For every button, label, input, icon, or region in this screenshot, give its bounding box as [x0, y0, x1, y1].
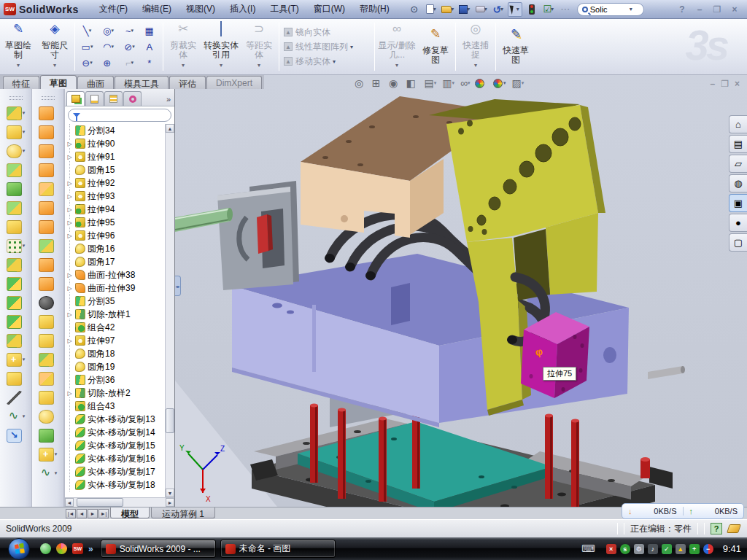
hud-view-tool-button[interactable]: ▨▾ [511, 77, 525, 89]
help-button[interactable]: ? [676, 4, 689, 15]
tree-item[interactable]: ▷ 实体-移动/复制13 [70, 413, 174, 426]
task-pane-tab[interactable]: ⌂ [729, 115, 747, 133]
feature-tool-button[interactable]: ▾ [7, 274, 26, 293]
expand-arrow-icon[interactable]: ▷ [66, 180, 73, 187]
feature-tool-button[interactable]: ▾ [7, 331, 26, 350]
sketch-entity-button[interactable]: *▾ [140, 55, 161, 71]
tree-item[interactable]: ▷ 组合43 [70, 400, 174, 413]
tree-item[interactable]: ▷ 拉伸95 [70, 216, 174, 229]
expand-arrow-icon[interactable]: ▷ [66, 285, 73, 292]
tree-item[interactable]: ▷ 曲面-拉伸38 [70, 268, 174, 281]
feature-tool-button[interactable]: ▾ [7, 217, 26, 236]
close-button[interactable]: × [728, 4, 741, 15]
tree-item[interactable]: ▷ 圆角18 [70, 347, 174, 360]
mold-tool-button[interactable]: ▾ [39, 236, 58, 255]
task-pane-tab[interactable]: ▤ [729, 135, 747, 153]
task-pane-tab[interactable]: ● [729, 214, 747, 232]
manager-tabs-overflow[interactable]: » [164, 95, 173, 106]
sketch-entity-button[interactable]: ⊖▾ [77, 55, 98, 71]
design-checker-icon[interactable] [525, 2, 539, 17]
language-keyboard-icon[interactable]: ⌨ [581, 543, 595, 554]
configuration-manager-tab[interactable] [104, 91, 123, 106]
tree-horizontal-scrollbar[interactable]: ◄ ► [65, 497, 174, 507]
hud-view-tool-button[interactable]: ◧▾ [406, 77, 419, 89]
sketch-entity-button[interactable]: ⌐▾ [119, 55, 140, 71]
volume-tray-icon[interactable]: ♪ [648, 544, 658, 554]
sketch-entity-button[interactable]: ◎▾ [98, 23, 119, 39]
tags-icon[interactable] [727, 524, 741, 533]
feature-tool-button[interactable]: ▾ [7, 407, 26, 426]
expand-arrow-icon[interactable]: ▷ [66, 338, 73, 344]
display-delete-relations-button[interactable]: ∞ 显示/删除几...▾ [376, 19, 417, 74]
scroll-right-icon[interactable]: ► [166, 498, 174, 507]
feature-tool-button[interactable]: ▾ [7, 388, 26, 407]
hud-view-tool-button[interactable]: ◎▾ [354, 77, 366, 89]
feature-tool-button[interactable]: ▾ [7, 141, 26, 160]
expand-arrow-icon[interactable]: ▷ [66, 206, 73, 213]
feature-tool-button[interactable]: ▾ [7, 255, 26, 274]
sync-tray-icon[interactable]: ✓ [662, 544, 672, 554]
solidworks-launcher-icon[interactable]: SW [72, 543, 83, 554]
feature-tool-button[interactable]: ▾ [7, 350, 26, 369]
mold-tool-button[interactable]: ▾ [39, 217, 58, 236]
print-button[interactable]: ▾ [474, 2, 489, 17]
search-box[interactable]: ▾ [577, 3, 644, 16]
sketch-entity-button[interactable]: ╲▾ [77, 23, 98, 39]
expand-arrow-icon[interactable]: ▷ [66, 390, 73, 397]
sketch-button[interactable]: ✎ 草图绘制▾ [0, 19, 36, 74]
mold-tool-button[interactable]: ▾ [39, 274, 58, 293]
task-pane-tab[interactable]: ▱ [729, 155, 747, 173]
tree-item[interactable]: ▷ 实体-移动/复制18 [70, 478, 174, 491]
mold-tool-button[interactable]: ▾ [39, 255, 58, 274]
sketch-entity-button[interactable]: ▦▾ [140, 23, 161, 39]
tree-item[interactable]: ▷ 拉伸93 [70, 190, 174, 203]
menu-item[interactable]: 插入(I) [222, 0, 263, 18]
ribbon-tab[interactable]: DimXpert [206, 76, 262, 89]
expand-arrow-icon[interactable]: ▷ [66, 272, 73, 279]
last-tab-button[interactable]: ►| [98, 509, 109, 518]
document-tab[interactable]: 模型 [110, 508, 150, 518]
property-manager-tab[interactable] [85, 91, 104, 106]
feature-tool-button[interactable]: ▾ [7, 293, 26, 312]
messenger-icon[interactable] [40, 543, 51, 554]
feature-tool-button[interactable]: ▾ [7, 179, 26, 198]
save-button[interactable]: ▾ [457, 2, 472, 17]
quick-snaps-button[interactable]: ◎ 快速捕捉▾ [457, 19, 494, 74]
sketch-tool-button[interactable]: ▲ 镜向实体▾ [284, 26, 370, 39]
menu-item[interactable]: 编辑(E) [135, 0, 179, 18]
dimxpert-manager-tab[interactable] [123, 91, 142, 106]
tree-item[interactable]: ▷ 圆角17 [70, 255, 174, 268]
tree-item[interactable]: ▷ 实体-移动/复制15 [70, 439, 174, 452]
smart-dimension-button[interactable]: ◈ 智能尺寸▾ [36, 19, 73, 74]
trim-entities-button[interactable]: ✂ 剪裁实体▾ [165, 19, 201, 74]
warning-tray-icon[interactable]: ▲ [676, 544, 686, 554]
ribbon-tab[interactable]: 曲面 [77, 76, 114, 89]
shield-tray-icon[interactable]: s [620, 544, 630, 554]
panel-splitter-handle[interactable]: ◂▸ [175, 276, 181, 296]
hud-view-tool-button[interactable]: ▤▾ [423, 77, 436, 89]
menu-item[interactable]: 文件(F) [92, 0, 135, 18]
task-pane-tab[interactable]: ◍ [729, 174, 747, 192]
tree-item[interactable]: ▷ 拉伸96 [70, 229, 174, 242]
media-app-icon[interactable] [56, 543, 67, 554]
ribbon-tab[interactable]: 模具工具 [115, 76, 169, 89]
toolbar-overflow-button[interactable]: ⋯ [558, 2, 573, 17]
menu-item[interactable]: 工具(T) [263, 0, 306, 18]
tree-item[interactable]: ▷ 实体-移动/复制14 [70, 426, 174, 439]
tree-item[interactable]: ▷ 拉伸91 [70, 150, 174, 163]
mold-tool-button[interactable]: ▾ [39, 293, 58, 312]
tree-item[interactable]: ▷ 圆角19 [70, 360, 174, 373]
tree-item[interactable]: ▷ 切除-放样2 [70, 386, 174, 400]
tree-vertical-scrollbar[interactable]: ▲ ▼ [165, 124, 174, 497]
mold-tool-button[interactable]: ▾ [39, 198, 58, 217]
search-input[interactable] [590, 5, 628, 14]
scroll-up-icon[interactable]: ▲ [166, 124, 174, 133]
expand-arrow-icon[interactable]: ▷ [66, 233, 73, 239]
ribbon-tab[interactable]: 评估 [169, 76, 206, 89]
next-tab-button[interactable]: ► [88, 509, 98, 518]
hud-view-tool-button[interactable]: ⊞▾ [371, 77, 383, 89]
mold-tool-button[interactable]: ▾ [39, 104, 58, 122]
tree-filter-box[interactable] [68, 109, 171, 122]
open-button[interactable]: ▾ [441, 2, 455, 17]
task-button[interactable]: SolidWorks 2009 - ... [101, 540, 216, 558]
